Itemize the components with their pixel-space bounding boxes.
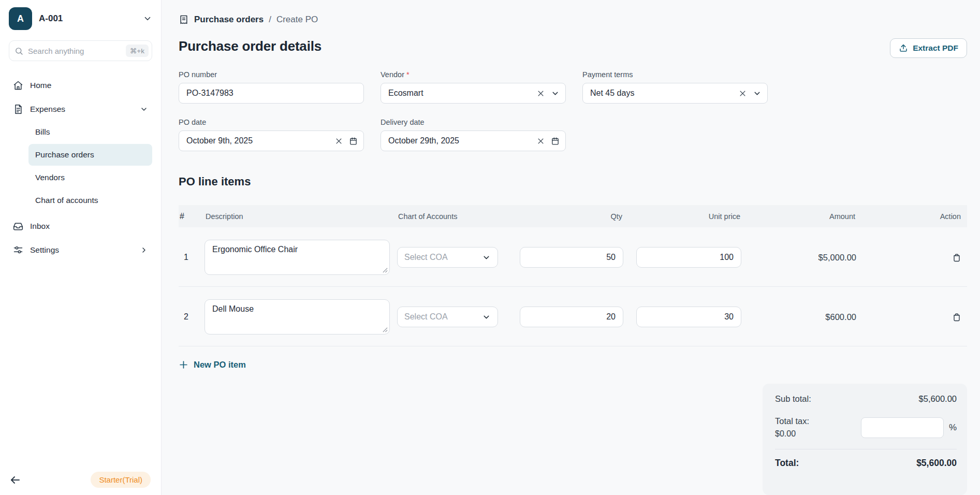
column-header-qty: Qty bbox=[512, 212, 623, 221]
tax-percent-input[interactable] bbox=[861, 417, 944, 438]
clear-po-date-icon[interactable] bbox=[335, 137, 343, 145]
unit-price-input[interactable] bbox=[636, 247, 741, 268]
resize-grip-icon[interactable] bbox=[382, 267, 388, 273]
clear-delivery-date-icon[interactable] bbox=[537, 137, 545, 145]
sidebar-item-settings[interactable]: Settings bbox=[9, 238, 152, 262]
sidebar-item-home[interactable]: Home bbox=[9, 74, 152, 97]
po-number-input[interactable] bbox=[179, 83, 364, 104]
total-value: $5,600.00 bbox=[916, 458, 957, 469]
row-number: 1 bbox=[179, 253, 204, 262]
workspace-switcher[interactable]: A A-001 bbox=[9, 7, 152, 30]
sidebar: A A-001 Search anything ⌘+k Home Expense… bbox=[0, 0, 162, 495]
coa-placeholder: Select COA bbox=[404, 312, 482, 322]
chevron-down-icon[interactable] bbox=[753, 89, 762, 98]
inbox-icon bbox=[13, 221, 23, 231]
sidebar-item-label: Inbox bbox=[30, 222, 50, 231]
column-header-num: # bbox=[179, 212, 204, 221]
po-number-label: PO number bbox=[179, 70, 364, 79]
calendar-icon[interactable] bbox=[551, 137, 560, 145]
plus-icon bbox=[179, 360, 188, 370]
chevron-down-icon bbox=[482, 253, 491, 262]
qty-input[interactable] bbox=[520, 307, 623, 327]
chevron-down-icon[interactable] bbox=[551, 89, 560, 98]
sidebar-item-purchase-orders[interactable]: Purchase orders bbox=[28, 144, 152, 166]
chevron-right-icon bbox=[140, 246, 148, 254]
row-number: 2 bbox=[179, 312, 204, 322]
sidebar-item-chart-of-accounts[interactable]: Chart of accounts bbox=[28, 190, 152, 211]
expenses-subnav: Bills Purchase orders Vendors Chart of a… bbox=[9, 121, 152, 211]
delete-row-icon[interactable] bbox=[952, 312, 962, 322]
receipt-icon bbox=[179, 14, 189, 25]
column-header-action: Action bbox=[856, 212, 967, 221]
workspace-avatar: A bbox=[9, 7, 32, 30]
payment-terms-field-group: Payment terms bbox=[582, 70, 768, 104]
delivery-date-field-group: Delivery date bbox=[381, 118, 566, 151]
breadcrumb: Purchase orders / Create PO bbox=[179, 14, 967, 25]
search-input[interactable]: Search anything ⌘+k bbox=[9, 40, 152, 61]
tax-amount: $0.00 bbox=[775, 429, 796, 438]
total-label: Total: bbox=[775, 458, 799, 469]
unit-price-input[interactable] bbox=[636, 307, 741, 327]
upload-icon bbox=[899, 43, 908, 53]
table-row: 1 Ergonomic Office Chair Select COA $5,0… bbox=[179, 227, 967, 287]
extract-pdf-button[interactable]: Extract PDF bbox=[890, 38, 967, 58]
collapse-sidebar-button[interactable] bbox=[9, 474, 21, 486]
table-row: 2 Dell Mouse Select COA $600.00 bbox=[179, 287, 967, 346]
home-icon bbox=[13, 80, 23, 91]
clear-vendor-icon[interactable] bbox=[537, 90, 545, 97]
percent-sign: % bbox=[949, 423, 957, 433]
column-header-amount: Amount bbox=[741, 212, 856, 221]
new-po-item-button[interactable]: New PO item bbox=[179, 360, 246, 370]
sidebar-item-vendors[interactable]: Vendors bbox=[28, 167, 152, 188]
breadcrumb-section[interactable]: Purchase orders bbox=[194, 14, 264, 25]
clear-payment-terms-icon[interactable] bbox=[739, 90, 747, 97]
page-title: Purchase order details bbox=[179, 38, 321, 54]
delete-row-icon[interactable] bbox=[952, 252, 962, 263]
totals-panel: Sub total: $5,600.00 Total tax: $0.00 % … bbox=[763, 384, 967, 495]
po-number-field-group: PO number bbox=[179, 70, 364, 104]
main-content: Purchase orders / Create PO Purchase ord… bbox=[162, 0, 980, 495]
vendor-field-group: Vendor * bbox=[381, 70, 566, 104]
totals-divider bbox=[775, 449, 957, 449]
subtotal-label: Sub total: bbox=[775, 394, 811, 404]
vendor-label: Vendor bbox=[381, 70, 404, 79]
coa-select[interactable]: Select COA bbox=[397, 247, 498, 268]
payment-terms-label: Payment terms bbox=[582, 70, 768, 79]
sidebar-item-label: Settings bbox=[30, 245, 59, 255]
table-header-row: # Description Chart of Accounts Qty Unit… bbox=[179, 205, 967, 227]
breadcrumb-separator: / bbox=[269, 14, 271, 25]
coa-select[interactable]: Select COA bbox=[397, 307, 498, 327]
po-details-form: PO number Vendor * Payment terms bbox=[179, 70, 967, 151]
description-textarea[interactable]: Ergonomic Office Chair bbox=[204, 240, 390, 275]
sidebar-item-label: Home bbox=[30, 81, 51, 90]
column-header-unit-price: Unit price bbox=[623, 212, 741, 221]
coa-placeholder: Select COA bbox=[404, 253, 482, 262]
new-po-item-label: New PO item bbox=[194, 360, 246, 370]
breadcrumb-current: Create PO bbox=[276, 14, 318, 25]
extract-pdf-label: Extract PDF bbox=[913, 43, 958, 53]
search-shortcut-badge: ⌘+k bbox=[126, 45, 149, 57]
sidebar-item-inbox[interactable]: Inbox bbox=[9, 214, 152, 238]
subtotal-row: Sub total: $5,600.00 bbox=[775, 394, 957, 404]
sidebar-item-expenses[interactable]: Expenses bbox=[9, 97, 152, 121]
sidebar-item-bills[interactable]: Bills bbox=[28, 121, 152, 143]
search-placeholder: Search anything bbox=[28, 47, 121, 55]
amount-value: $5,000.00 bbox=[741, 253, 856, 263]
calendar-icon[interactable] bbox=[349, 137, 358, 145]
line-items-title: PO line items bbox=[179, 175, 967, 188]
column-header-coa: Chart of Accounts bbox=[397, 212, 512, 221]
resize-grip-icon[interactable] bbox=[382, 327, 388, 332]
sidebar-footer: Starter(Trial) bbox=[9, 472, 151, 488]
po-date-label: PO date bbox=[179, 118, 364, 126]
total-row: Total: $5,600.00 bbox=[775, 458, 957, 469]
chevron-down-icon bbox=[140, 105, 148, 113]
chevron-down-icon bbox=[143, 14, 152, 23]
search-icon bbox=[14, 47, 23, 55]
qty-input[interactable] bbox=[520, 247, 623, 268]
sidebar-item-label: Expenses bbox=[30, 105, 65, 114]
sidebar-nav: Home Expenses Bills Purchase orders Vend… bbox=[9, 74, 152, 262]
plan-badge: Starter(Trial) bbox=[91, 472, 151, 488]
description-textarea[interactable]: Dell Mouse bbox=[204, 299, 390, 334]
tax-label: Total tax: bbox=[775, 416, 809, 426]
po-date-field-group: PO date bbox=[179, 118, 364, 151]
